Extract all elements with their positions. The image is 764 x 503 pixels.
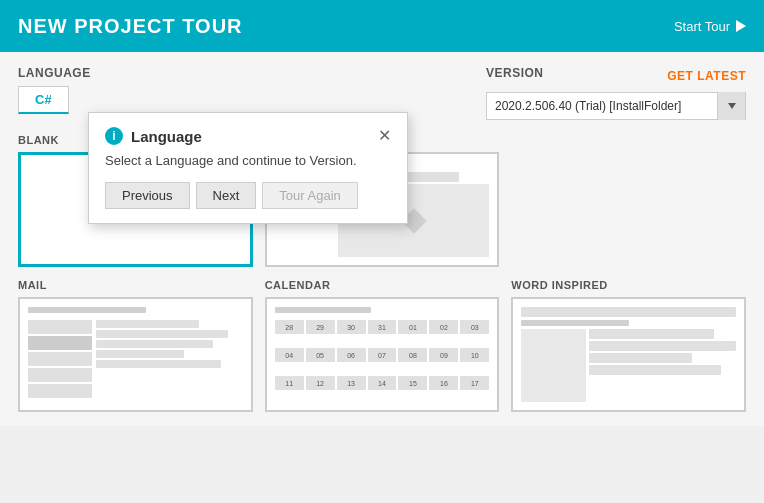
mail-list-item1 (28, 320, 92, 334)
mail-label: MAIL (18, 279, 253, 291)
language-label: LANGUAGE (18, 66, 218, 80)
cal-cell-19: 15 (398, 376, 427, 390)
word-line3 (589, 353, 692, 363)
calendar-label: CALENDAR (265, 279, 500, 291)
previous-button[interactable]: Previous (105, 182, 190, 209)
mail-right-panel (96, 320, 242, 402)
cal-cell-15: 11 (275, 376, 304, 390)
word-sketch (521, 307, 736, 402)
cal-cell-7: 03 (460, 320, 489, 334)
mail-list-item5 (28, 384, 92, 398)
cal-cell-10: 06 (337, 348, 366, 362)
cal-cell-17: 13 (337, 376, 366, 390)
cal-toolbar (275, 307, 372, 313)
app-header: NEW PROJECT TOUR Start Tour (0, 0, 764, 52)
cal-cell-21: 17 (460, 376, 489, 390)
cal-cell-16: 12 (306, 376, 335, 390)
cal-cell-13: 09 (429, 348, 458, 362)
calendar-grid: 28 29 30 31 01 02 03 04 05 06 07 08 09 1… (275, 320, 490, 402)
mail-content4 (96, 350, 184, 358)
empty-col (511, 134, 746, 267)
word-toolbar (521, 307, 736, 317)
cal-cell-11: 07 (368, 348, 397, 362)
word-label: WORD INSPIRED (511, 279, 746, 291)
template-card-mail[interactable] (18, 297, 253, 412)
version-label: VERSION (486, 66, 544, 80)
popup-close-button[interactable]: ✕ (378, 128, 391, 144)
cal-cell-3: 30 (337, 320, 366, 334)
popup-title-area: i Language (105, 127, 202, 145)
mail-toolbar (28, 307, 146, 313)
popup-title: Language (131, 128, 202, 145)
cal-cell-18: 14 (368, 376, 397, 390)
mail-list-item4 (28, 368, 92, 382)
popup-footer: Previous Next Tour Again (105, 182, 391, 209)
cal-cell-2: 29 (306, 320, 335, 334)
cal-cell-1: 28 (275, 320, 304, 334)
word-line2 (589, 341, 736, 351)
language-tab-bar: C# (18, 86, 218, 114)
cal-cell-12: 08 (398, 348, 427, 362)
mail-content2 (96, 330, 228, 338)
cal-cell-9: 05 (306, 348, 335, 362)
mail-sketch (28, 320, 243, 402)
info-icon: i (105, 127, 123, 145)
version-dropdown[interactable]: 2020.2.506.40 (Trial) [InstallFolder] (486, 92, 746, 120)
page-title: NEW PROJECT TOUR (18, 15, 243, 38)
mail-list-item3 (28, 352, 92, 366)
mail-content5 (96, 360, 220, 368)
template-group-calendar: CALENDAR 28 29 30 31 01 02 03 04 05 06 0… (265, 279, 500, 412)
language-popup: i Language ✕ Select a Language and conti… (88, 112, 408, 224)
template-card-calendar[interactable]: 28 29 30 31 01 02 03 04 05 06 07 08 09 1… (265, 297, 500, 412)
version-value: 2020.2.506.40 (Trial) [InstallFolder] (487, 92, 717, 120)
mail-content1 (96, 320, 198, 328)
start-tour-button[interactable]: Start Tour (674, 19, 746, 34)
version-header: VERSION GET LATEST (486, 66, 746, 86)
word-line4 (589, 365, 722, 375)
cal-cell-8: 04 (275, 348, 304, 362)
tour-again-button: Tour Again (262, 182, 357, 209)
popup-header: i Language ✕ (105, 127, 391, 145)
mail-content3 (96, 340, 213, 348)
word-content-area (589, 329, 736, 402)
cal-cell-5: 01 (398, 320, 427, 334)
get-latest-button[interactable]: GET LATEST (667, 69, 746, 83)
start-tour-label: Start Tour (674, 19, 730, 34)
cal-cell-20: 16 (429, 376, 458, 390)
popup-body-text: Select a Language and continue to Versio… (105, 153, 391, 168)
cal-cell-14: 10 (460, 348, 489, 362)
tab-csharp[interactable]: C# (18, 86, 69, 114)
version-section: VERSION GET LATEST 2020.2.506.40 (Trial)… (486, 66, 746, 120)
template-group-mail: MAIL (18, 279, 253, 412)
language-section: LANGUAGE C# (18, 66, 218, 114)
word-body (521, 329, 736, 402)
mail-list-item2 (28, 336, 92, 350)
word-toolbar2 (521, 320, 628, 326)
cal-cell-6: 02 (429, 320, 458, 334)
next-button[interactable]: Next (196, 182, 257, 209)
word-left-panel (521, 329, 585, 402)
mail-left-panel (28, 320, 92, 402)
word-line1 (589, 329, 714, 339)
chevron-icon (728, 103, 736, 109)
template-group-word: WORD INSPIRED (511, 279, 746, 412)
play-icon (736, 20, 746, 32)
dropdown-arrow-icon[interactable] (717, 92, 745, 120)
cal-cell-4: 31 (368, 320, 397, 334)
template-card-word[interactable] (511, 297, 746, 412)
main-content: LANGUAGE C# VERSION GET LATEST 2020.2.50… (0, 52, 764, 426)
